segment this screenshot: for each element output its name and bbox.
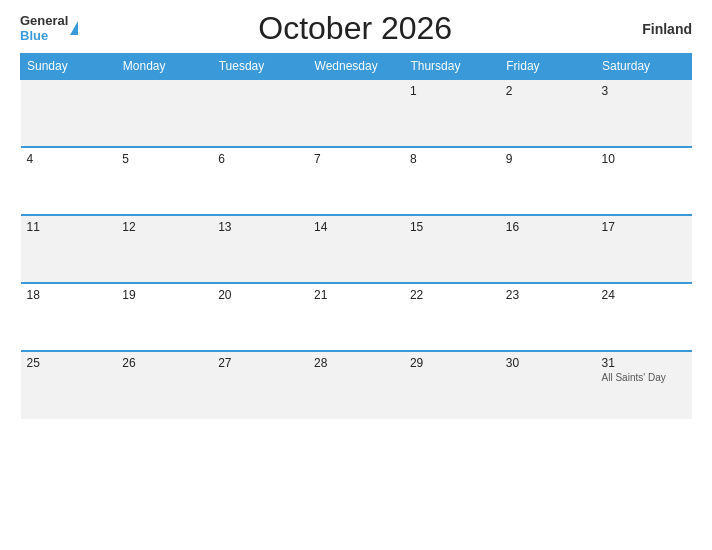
calendar-cell <box>212 79 308 147</box>
calendar-cell: 28 <box>308 351 404 419</box>
calendar-cell: 14 <box>308 215 404 283</box>
calendar-title: October 2026 <box>78 10 632 47</box>
calendar-cell: 5 <box>116 147 212 215</box>
day-number: 21 <box>314 288 327 302</box>
day-number: 20 <box>218 288 231 302</box>
day-number: 31 <box>602 356 615 370</box>
calendar-cell <box>116 79 212 147</box>
day-number: 5 <box>122 152 129 166</box>
col-saturday: Saturday <box>596 54 692 80</box>
weekday-header-row: Sunday Monday Tuesday Wednesday Thursday… <box>21 54 692 80</box>
day-number: 3 <box>602 84 609 98</box>
calendar-week-row: 11121314151617 <box>21 215 692 283</box>
calendar-cell: 4 <box>21 147 117 215</box>
calendar-cell: 2 <box>500 79 596 147</box>
calendar-cell: 3 <box>596 79 692 147</box>
calendar-cell: 29 <box>404 351 500 419</box>
day-number: 18 <box>27 288 40 302</box>
day-number: 2 <box>506 84 513 98</box>
day-number: 6 <box>218 152 225 166</box>
calendar-cell: 22 <box>404 283 500 351</box>
col-thursday: Thursday <box>404 54 500 80</box>
calendar-cell: 20 <box>212 283 308 351</box>
logo-blue-text: Blue <box>20 29 68 43</box>
logo: General Blue <box>20 14 78 43</box>
calendar-cell: 13 <box>212 215 308 283</box>
day-number: 28 <box>314 356 327 370</box>
calendar-cell: 15 <box>404 215 500 283</box>
day-number: 16 <box>506 220 519 234</box>
calendar-cell: 10 <box>596 147 692 215</box>
calendar-cell: 30 <box>500 351 596 419</box>
calendar-cell: 6 <box>212 147 308 215</box>
day-number: 10 <box>602 152 615 166</box>
day-number: 25 <box>27 356 40 370</box>
calendar-cell: 17 <box>596 215 692 283</box>
col-tuesday: Tuesday <box>212 54 308 80</box>
calendar-table: Sunday Monday Tuesday Wednesday Thursday… <box>20 53 692 419</box>
calendar-week-row: 25262728293031All Saints' Day <box>21 351 692 419</box>
day-number: 24 <box>602 288 615 302</box>
calendar-cell: 16 <box>500 215 596 283</box>
calendar-cell <box>21 79 117 147</box>
logo-general-text: General <box>20 14 68 28</box>
day-number: 8 <box>410 152 417 166</box>
col-monday: Monday <box>116 54 212 80</box>
calendar-cell: 24 <box>596 283 692 351</box>
country-label: Finland <box>632 21 692 37</box>
day-number: 26 <box>122 356 135 370</box>
calendar-cell: 25 <box>21 351 117 419</box>
calendar-cell: 7 <box>308 147 404 215</box>
day-number: 14 <box>314 220 327 234</box>
day-number: 7 <box>314 152 321 166</box>
calendar-cell: 18 <box>21 283 117 351</box>
calendar-week-row: 123 <box>21 79 692 147</box>
day-number: 15 <box>410 220 423 234</box>
day-number: 29 <box>410 356 423 370</box>
calendar-cell: 12 <box>116 215 212 283</box>
event-label: All Saints' Day <box>602 372 666 383</box>
calendar-cell: 26 <box>116 351 212 419</box>
day-number: 27 <box>218 356 231 370</box>
logo-triangle-icon <box>70 21 78 35</box>
day-number: 22 <box>410 288 423 302</box>
calendar-cell: 31All Saints' Day <box>596 351 692 419</box>
calendar-page: General Blue October 2026 Finland Sunday… <box>0 0 712 550</box>
calendar-cell <box>308 79 404 147</box>
col-friday: Friday <box>500 54 596 80</box>
day-number: 23 <box>506 288 519 302</box>
col-sunday: Sunday <box>21 54 117 80</box>
calendar-cell: 11 <box>21 215 117 283</box>
day-number: 11 <box>27 220 40 234</box>
col-wednesday: Wednesday <box>308 54 404 80</box>
day-number: 13 <box>218 220 231 234</box>
day-number: 30 <box>506 356 519 370</box>
calendar-cell: 19 <box>116 283 212 351</box>
day-number: 1 <box>410 84 417 98</box>
calendar-cell: 8 <box>404 147 500 215</box>
day-number: 4 <box>27 152 34 166</box>
calendar-week-row: 45678910 <box>21 147 692 215</box>
day-number: 9 <box>506 152 513 166</box>
calendar-cell: 9 <box>500 147 596 215</box>
calendar-week-row: 18192021222324 <box>21 283 692 351</box>
calendar-header: General Blue October 2026 Finland <box>20 10 692 47</box>
calendar-cell: 23 <box>500 283 596 351</box>
calendar-cell: 21 <box>308 283 404 351</box>
day-number: 12 <box>122 220 135 234</box>
calendar-cell: 1 <box>404 79 500 147</box>
day-number: 19 <box>122 288 135 302</box>
calendar-cell: 27 <box>212 351 308 419</box>
day-number: 17 <box>602 220 615 234</box>
